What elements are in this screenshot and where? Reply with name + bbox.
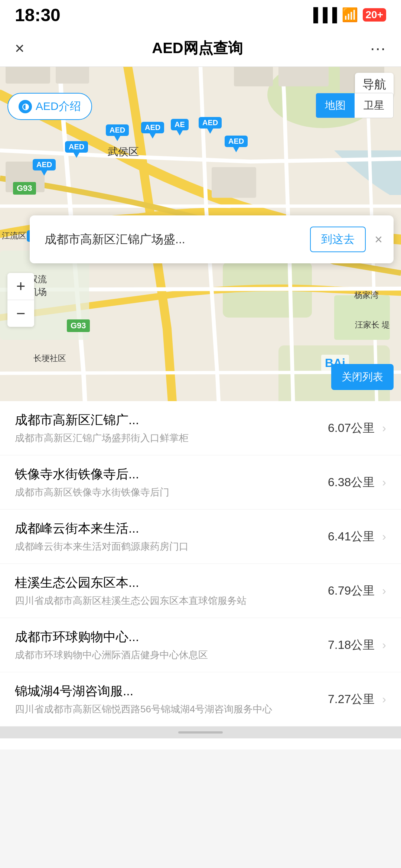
aed-intro-icon: ◑ [19,100,32,113]
wuhou-district-label: 武侯区 [108,145,139,159]
list-item[interactable]: 成都市环球购物中心... 成都市环球购物中心洲际酒店健身中心休息区 7.18公里… [0,618,401,672]
chevron-right-icon: › [382,475,386,489]
list-item[interactable]: 桂溪生态公园东区本... 四川省成都市高新区桂溪生态公园东区本直球馆服务站 6.… [0,564,401,618]
page-title: AED网点查询 [152,38,242,58]
close-list-button[interactable]: 关闭列表 [331,364,394,390]
zoom-out-button[interactable]: − [7,300,34,327]
scroll-bar [178,731,223,734]
svg-rect-4 [6,67,50,84]
aed-marker[interactable]: AE [171,119,189,136]
list-item[interactable]: 成都市高新区汇锦广... 成都市高新区汇锦广场盛邦街入口鲜掌柜 6.07公里 › [0,401,401,455]
list-item-distance: 6.41公里 [328,529,375,545]
status-bar: 18:30 ▐▐▐ 📶 20+ [0,0,401,30]
list-item-distance: 6.38公里 [328,474,375,491]
list-item-distance: 7.27公里 [328,691,375,708]
g93-badge-1: G93 [13,182,36,195]
list-item-subtitle: 成都市环球购物中心洲际酒店健身中心休息区 [15,648,328,661]
g93-badge-2: G93 [67,319,90,332]
status-icons: ▐▐▐ 📶 20+ [309,7,386,23]
list-item-title: 锦城湖4号湖咨询服... [15,683,328,700]
list-item-content: 桂溪生态公园东区本... 四川省成都市高新区桂溪生态公园东区本直球馆服务站 [15,574,328,607]
battery-badge: 20+ [363,8,387,22]
map-mode-button[interactable]: 地图 [316,93,355,118]
chevron-right-icon: › [382,638,386,652]
map-container: ✈ 导航 ◑ AED介绍 地图 卫星 武侯区 成都双流国际机场 三圣花乡旅游区 … [0,67,401,401]
list-item[interactable]: 成都峰云街本来生活... 成都峰云街本来生活对面鹤源康药房门口 6.41公里 › [0,510,401,564]
signal-icon: ▐▐▐ [309,7,337,23]
list-item-content: 成都峰云街本来生活... 成都峰云街本来生活对面鹤源康药房门口 [15,520,328,553]
list-item-distance: 6.07公里 [328,420,375,436]
list-item-subtitle: 成都市高新区汇锦广场盛邦街入口鲜掌柜 [15,432,328,445]
aed-marker-label: AED [106,124,129,136]
aed-marker[interactable]: AED [33,159,56,176]
list-item-content: 铁像寺水街铁像寺后... 成都市高新区铁像寺水街铁像寺后门 [15,466,328,499]
popup-navigate-button[interactable]: 到这去 [310,227,366,252]
list-item-title: 成都市高新区汇锦广... [15,412,328,429]
svg-rect-6 [234,67,273,87]
popup-address: 成都市高新区汇锦广场盛... [45,231,301,248]
list-item-title: 成都市环球购物中心... [15,628,328,646]
svg-rect-10 [212,167,256,198]
satellite-mode-button[interactable]: 卫星 [355,93,393,118]
chevron-right-icon: › [382,584,386,598]
list-item-distance: 6.79公里 [328,583,375,599]
info-popup: 成都市高新区汇锦广场盛... 到这去 × [30,215,394,263]
zoom-in-button[interactable]: + [7,273,34,300]
aed-marker[interactable]: AED [141,122,164,139]
aed-intro-button[interactable]: ◑ AED介绍 [7,93,92,120]
svg-rect-11 [334,295,390,340]
chevron-right-icon: › [382,530,386,543]
list-item-title: 成都峰云街本来生活... [15,520,328,537]
svg-rect-7 [278,67,329,87]
popup-close-button[interactable]: × [375,233,382,246]
aed-marker[interactable]: AED [65,141,88,158]
svg-rect-5 [56,67,89,84]
map-mode-toggle: 地图 卫星 [316,93,394,118]
jiangliu-label: 江流区 [2,230,26,241]
list-item[interactable]: 铁像寺水街铁像寺后... 成都市高新区铁像寺水街铁像寺后门 6.38公里 › [0,455,401,510]
list-item-content: 成都市高新区汇锦广... 成都市高新区汇锦广场盛邦街入口鲜掌柜 [15,412,328,445]
list-item-subtitle: 成都峰云街本来生活对面鹤源康药房门口 [15,540,328,553]
list-item-distance: 7.18公里 [328,637,375,653]
zoom-controls: + − [7,273,34,327]
list-item-title: 铁像寺水街铁像寺后... [15,466,328,483]
status-time: 18:30 [15,5,61,25]
wifi-icon: 📶 [342,7,358,23]
yangjia-label: 杨家湾 [354,290,379,301]
aed-marker[interactable]: AED [199,117,222,134]
chevron-right-icon: › [382,692,386,706]
list-item[interactable]: 锦城湖4号湖咨询服... 四川省成都市高新区锦悦西路56号锦城湖4号湖咨询服务中… [0,672,401,726]
list-item-content: 锦城湖4号湖咨询服... 四川省成都市高新区锦悦西路56号锦城湖4号湖咨询服务中… [15,683,328,716]
close-button[interactable]: × [15,39,25,58]
chevron-right-icon: › [382,421,386,435]
changgen-label: 长埂社区 [33,353,66,364]
list-item-subtitle: 四川省成都市高新区锦悦西路56号锦城湖4号湖咨询服务中心 [15,703,328,716]
list-item-title: 桂溪生态公园东区本... [15,574,328,591]
location-list: 成都市高新区汇锦广... 成都市高新区汇锦广场盛邦街入口鲜掌柜 6.07公里 ›… [0,401,401,750]
list-item-subtitle: 四川省成都市高新区桂溪生态公园东区本直球馆服务站 [15,594,328,607]
scroll-indicator [0,726,401,738]
list-item-content: 成都市环球购物中心... 成都市环球购物中心洲际酒店健身中心休息区 [15,628,328,661]
aed-marker[interactable]: AED [225,136,248,152]
aed-intro-label: AED介绍 [36,99,81,114]
more-button[interactable]: ··· [370,39,386,58]
aed-marker[interactable]: AED [106,124,129,141]
nav-bar: × AED网点查询 ··· [0,30,401,67]
wangjia-label: 汪家长 堤 [355,319,390,331]
aed-marker-pin [114,136,120,141]
list-item-subtitle: 成都市高新区铁像寺水街铁像寺后门 [15,486,328,499]
